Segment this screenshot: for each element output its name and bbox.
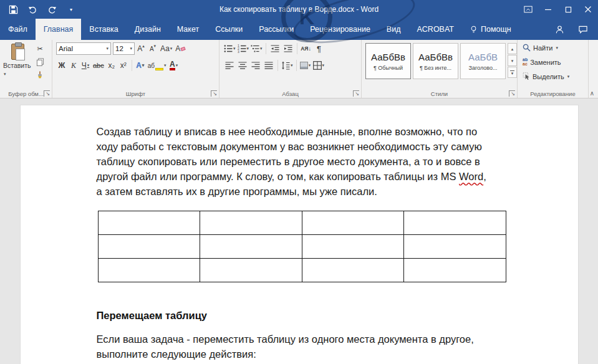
table-cell[interactable] [200,211,302,235]
doc-text-line[interactable]: таблицу скопировать или переместить в др… [97,154,516,169]
table-cell[interactable] [98,211,200,235]
align-center-button[interactable] [236,59,249,72]
font-color-button[interactable]: А▾ [168,59,180,72]
bullets-button[interactable]: ▾ [223,42,236,55]
table-cell[interactable] [404,235,506,259]
styles-scroll-up-button[interactable]: ▴ [508,43,517,54]
italic-button[interactable]: К [68,59,79,72]
table-cell[interactable] [302,211,404,235]
line-spacing-button[interactable]: ▾ [281,59,294,72]
paste-button[interactable]: Вставить ▾ [3,42,32,80]
ribbon-display-options-button[interactable] [518,0,538,19]
table-cell[interactable] [302,235,404,259]
save-button[interactable] [7,4,19,15]
tab-review[interactable]: Рецензирование [302,19,379,40]
doc-text-segment[interactable]: , [483,171,486,182]
customize-qat-button[interactable]: ▾ [65,4,77,15]
tab-references[interactable]: Ссылки [207,19,251,40]
change-case-button[interactable]: Аа▾ [159,42,173,55]
sort-button[interactable]: АЯ↓ [300,42,312,55]
clipboard-dialog-launcher[interactable]: ↘ [44,90,50,97]
table-cell[interactable] [98,235,200,259]
maximize-button[interactable] [558,0,578,19]
doc-text-line[interactable]: ходу работы с текстовым документом у вас… [97,139,516,154]
launcher-icon: ↘ [213,91,217,97]
tab-design[interactable]: Дизайн [127,19,169,40]
style-card-no-spacing[interactable]: АаБбВв ¶ Без инте... [413,43,458,79]
bullets-icon [224,44,233,53]
underline-button[interactable]: Ч▾ [80,59,91,72]
table-cell[interactable] [200,259,302,282]
tab-insert[interactable]: Вставка [81,19,126,40]
align-right-button[interactable] [249,59,262,72]
sign-in-button[interactable] [548,19,571,40]
strikethrough-button[interactable]: abc [92,59,105,72]
doc-table[interactable] [98,211,506,282]
tab-label: Рассылки [259,25,294,34]
table-cell[interactable] [98,259,200,282]
superscript-button[interactable]: x² [118,59,129,72]
grow-font-button[interactable]: А▴ [135,42,147,55]
justify-button[interactable] [263,59,275,72]
cut-button[interactable]: ✂ [34,43,46,54]
doc-text-line[interactable]: другой файл или программу. К слову, о то… [97,169,516,184]
borders-button[interactable]: ▾ [312,59,326,72]
table-cell[interactable] [404,211,506,235]
collapse-ribbon-button[interactable]: ∧ [590,90,594,97]
font-name-combobox[interactable]: Arial▾ [56,42,111,55]
show-marks-button[interactable]: ¶ [313,42,326,55]
titlebar: ▾ Как скопировать таблицу в Ворде.docx -… [0,0,598,19]
font-dialog-launcher[interactable]: ↘ [211,90,217,97]
replace-button[interactable]: abac Заменить [523,55,588,69]
tell-me-box[interactable]: Помощн [462,19,519,40]
styles-dialog-launcher[interactable]: ↘ [509,90,515,97]
tab-layout[interactable]: Макет [169,19,207,40]
tab-file[interactable]: Файл [0,19,36,40]
doc-text-line[interactable]: а затем вставлять их в другие программы,… [97,184,516,199]
multilevel-list-button[interactable]: ▾ [250,42,263,55]
highlight-button[interactable]: аб▾ [147,59,168,72]
align-left-button[interactable] [223,59,236,72]
doc-text-line[interactable]: Если ваша задача - переместить таблицу и… [97,332,516,347]
redo-button[interactable] [46,4,57,15]
undo-button[interactable] [27,4,38,15]
document-page[interactable]: Создав таблицу и вписав в нее необходимы… [20,105,579,364]
table-cell[interactable] [200,235,302,259]
bold-button[interactable]: Ж [56,59,67,72]
tab-home[interactable]: Главная [36,19,82,40]
styles-scroll-down-button[interactable]: ▾ [508,55,517,66]
numbering-button[interactable]: 123▾ [237,42,250,55]
style-card-normal[interactable]: АаБбВв ¶ Обычный [365,43,411,79]
shading-button[interactable]: ▾ [299,59,312,72]
style-card-heading[interactable]: АаБбВ Заголово... [460,43,506,79]
subscript-button[interactable]: x₂ [106,59,117,72]
format-painter-button[interactable] [34,69,46,80]
copy-button[interactable] [34,56,46,67]
tab-acrobat[interactable]: ACROBAT [408,19,462,40]
tab-view[interactable]: Вид [379,19,409,40]
doc-text-line[interactable]: Создав таблицу и вписав в нее необходимы… [97,124,516,139]
clear-formatting-button[interactable]: А [174,42,186,55]
shrink-font-button[interactable]: А▾ [147,42,158,55]
paragraph-dialog-launcher[interactable]: ↘ [353,90,359,97]
doc-text-line[interactable]: выполните следующие действия: [97,347,516,362]
tab-mailings[interactable]: Рассылки [251,19,302,40]
increase-indent-button[interactable] [282,42,294,55]
close-button[interactable] [578,0,598,19]
font-size-combobox[interactable]: 12▾ [113,42,135,55]
paragraph-1[interactable]: Создав таблицу и вписав в нее необходимы… [97,124,516,199]
text-effects-button[interactable]: А▾ [135,59,146,72]
doc-heading[interactable]: Перемещаем таблицу [97,309,516,322]
doc-text-spellcheck[interactable]: Word [459,171,483,182]
table-row [98,259,506,282]
comments-button[interactable] [571,19,598,40]
minimize-button[interactable] [538,0,558,19]
paragraph-2[interactable]: Если ваша задача - переместить таблицу и… [97,332,516,362]
table-cell[interactable] [404,259,506,282]
decrease-indent-button[interactable] [269,42,281,55]
doc-text-segment[interactable]: другой файл или программу. К слову, о то… [97,171,460,182]
find-button[interactable]: Найти ▾ [523,41,588,54]
styles-more-button[interactable]: ▾ [508,67,517,78]
select-button[interactable]: Выделить ▾ [523,70,588,83]
table-cell[interactable] [302,259,404,282]
